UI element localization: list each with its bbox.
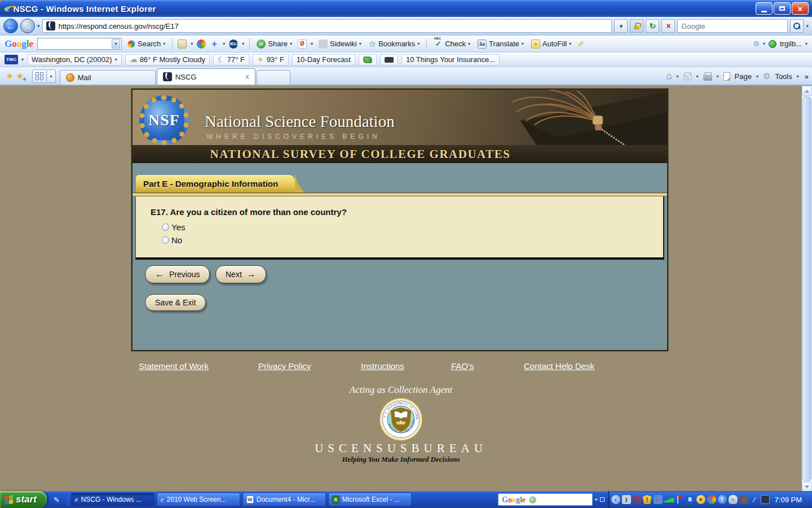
print-error-icon[interactable]: × — [739, 495, 748, 504]
window-titlebar[interactable]: e NSCG - Windows Internet Explorer × — [0, 0, 812, 17]
wrench-icon[interactable]: ⚙ — [753, 40, 760, 48]
sidewiki-button[interactable]: Sidewiki▾ — [317, 38, 363, 50]
address-dropdown[interactable]: ▾ — [614, 19, 628, 33]
radio-yes[interactable] — [162, 224, 169, 231]
stop-button[interactable]: × — [661, 19, 675, 33]
tab-close-icon[interactable]: x — [245, 73, 249, 81]
task-word-document[interactable]: W Document4 - Micr... — [242, 493, 326, 506]
popup-dropdown[interactable]: ▾ — [311, 41, 313, 46]
weather-video-button[interactable] — [380, 54, 398, 65]
toolbar-search-dropdown[interactable]: ▾ — [112, 39, 120, 49]
account-label[interactable]: trgilb... — [780, 40, 802, 48]
link-instructions[interactable]: Instructions — [361, 361, 404, 371]
settings-dropdown[interactable]: ▾ — [763, 41, 765, 46]
tools-menu[interactable]: Tools — [775, 72, 792, 81]
share-button[interactable]: ⇄ Share▾ — [255, 38, 294, 50]
bookmarks-button[interactable]: ☆ Bookmarks▾ — [367, 38, 422, 50]
deskbar-minimize[interactable] — [600, 497, 604, 502]
notifier-bell-icon[interactable]: ♦ — [696, 495, 705, 504]
google-deskbar[interactable]: Google — [498, 493, 593, 506]
search-box[interactable] — [677, 19, 788, 33]
dell-dropdown[interactable]: ▾ — [242, 41, 244, 46]
search-provider-dropdown[interactable]: ▾ — [806, 23, 809, 29]
network-error-icon[interactable]: × — [654, 495, 663, 504]
security-shield-icon[interactable]: ! — [643, 495, 652, 504]
weather-high[interactable]: ☀ 93° F — [253, 54, 289, 65]
update-warning-icon[interactable]: ! — [718, 495, 727, 504]
mouse-icon[interactable]: ∿ — [729, 495, 738, 504]
search-input[interactable] — [681, 22, 784, 30]
check-button[interactable]: ✓ Check▾ — [432, 38, 472, 50]
add-dropdown[interactable]: ▾ — [223, 41, 225, 46]
feeds-icon[interactable] — [683, 72, 692, 81]
link-statement-of-work[interactable]: Statement of Work — [139, 361, 209, 371]
print-icon[interactable] — [703, 74, 712, 81]
page-icon[interactable] — [723, 72, 730, 81]
tab-list-dropdown[interactable]: ▾ — [47, 69, 56, 83]
scroll-up-button[interactable] — [802, 86, 812, 96]
vertical-scrollbar[interactable] — [802, 86, 812, 492]
save-exit-button[interactable]: Save & Exit — [145, 294, 206, 311]
refresh-button[interactable]: ↻ — [646, 19, 659, 33]
forward-button[interactable]: → — [20, 19, 35, 33]
weather-current[interactable]: ☁ 86° F Mostly Cloudy — [125, 54, 210, 65]
dell-icon[interactable]: DELL — [229, 40, 238, 49]
search-go-button[interactable] — [790, 19, 804, 33]
next-button[interactable]: Next → — [215, 265, 266, 283]
address-field[interactable] — [42, 19, 612, 33]
news-icon[interactable] — [178, 40, 187, 49]
twc-logo[interactable]: TWC — [5, 55, 18, 64]
bluetooth-icon[interactable]: B — [686, 495, 695, 504]
popup-blocker-icon[interactable]: Ø — [298, 40, 307, 49]
quick-launch-pen-icon[interactable]: ✎ — [54, 496, 60, 504]
url-input[interactable] — [59, 22, 608, 30]
radio-no[interactable] — [162, 237, 169, 244]
toolbar-overflow-chevron[interactable]: » — [805, 72, 809, 81]
toolbar-search-button[interactable]: Search ▾ — [126, 38, 167, 49]
link-faqs[interactable]: FAQ's — [451, 361, 474, 371]
back-button[interactable]: ← — [3, 19, 18, 33]
add-favorite-icon[interactable]: ★ — [16, 71, 24, 81]
weather-low[interactable]: ☾ 77° F — [213, 54, 249, 65]
weather-location[interactable]: Washington, DC (20002)▾ — [27, 54, 122, 65]
weather-flag-icon[interactable] — [675, 495, 684, 504]
tray-collapse-icon[interactable]: ‹ — [611, 495, 620, 504]
weather-map-button[interactable] — [359, 54, 377, 65]
stylus-icon[interactable]: ⁄ — [750, 495, 759, 504]
start-button[interactable]: start — [0, 491, 47, 508]
scrollbar-thumb[interactable] — [802, 97, 811, 481]
toolbar-search-input[interactable]: ▾ — [37, 38, 122, 50]
supervision-icon[interactable]: C — [633, 496, 641, 504]
restore-button[interactable] — [774, 2, 791, 15]
remote-session-icon[interactable]: ❱ — [622, 495, 631, 504]
autofill-button[interactable]: ≡ AutoFill▾ — [529, 38, 573, 50]
link-contact-help-desk[interactable]: Contact Help Desk — [524, 361, 594, 371]
print-dropdown[interactable]: ▾ — [717, 74, 719, 79]
home-dropdown[interactable]: ▾ — [677, 74, 679, 79]
option-no[interactable]: No — [162, 235, 663, 245]
previous-button[interactable]: ← Previous — [145, 265, 210, 283]
option-yes[interactable]: Yes — [162, 222, 663, 232]
feeds-dropdown[interactable]: ▾ — [696, 74, 699, 79]
page-menu[interactable]: Page — [735, 72, 752, 81]
google-updater-icon[interactable] — [707, 495, 716, 504]
link-privacy-policy[interactable]: Privacy Policy — [258, 361, 311, 371]
history-dropdown[interactable]: ▾ — [37, 23, 40, 29]
favorites-star-icon[interactable]: ★ — [6, 71, 14, 81]
minimize-button[interactable] — [756, 2, 773, 15]
display-icon[interactable] — [761, 495, 770, 504]
add-icon[interactable]: + — [210, 40, 219, 49]
signal-strength-icon[interactable]: ▂▄▆ — [664, 495, 673, 504]
task-nscg[interactable]: e NSCG - Windows ... — [71, 493, 155, 506]
task-excel[interactable]: X Microsoft Excel - ... — [328, 493, 412, 506]
tab-nscg[interactable]: NSCG x — [157, 68, 255, 85]
weather-headline[interactable]: 10 Things Your Insurance... — [401, 54, 500, 65]
twc-dropdown[interactable]: ▾ — [21, 57, 24, 62]
close-button[interactable]: × — [792, 2, 809, 15]
translate-button[interactable]: âa Translate▾ — [476, 38, 526, 50]
tools-gear-icon[interactable]: ⚙ — [763, 71, 770, 81]
forecast-link[interactable]: 10-Day Forecast — [292, 54, 355, 65]
security-lock-icon[interactable] — [630, 19, 643, 33]
account-dropdown[interactable]: ▾ — [805, 41, 807, 46]
tab-mail[interactable]: Mail — [60, 70, 156, 85]
